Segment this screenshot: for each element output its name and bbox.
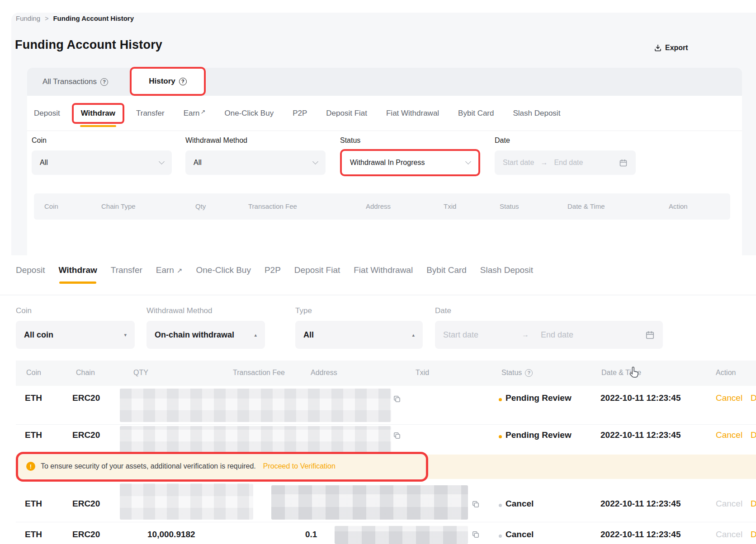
- help-icon[interactable]: ?: [100, 78, 108, 86]
- row-datetime: 2022-10-11 12:23:45: [600, 499, 680, 509]
- calendar-icon: [619, 159, 628, 167]
- subtab-slash-deposit[interactable]: Slash Deposit: [513, 109, 560, 118]
- details-link-clipped[interactable]: D: [751, 430, 756, 440]
- status-label: Status: [340, 136, 480, 145]
- subtab-deposit[interactable]: Deposit: [34, 109, 60, 118]
- row-chain: ERC20: [72, 499, 100, 509]
- subtab-earn[interactable]: Earn↗: [156, 265, 183, 275]
- subtab-bybit-card[interactable]: Bybit Card: [426, 265, 467, 275]
- withdrawal-method-value: All: [194, 159, 202, 167]
- col-status: Status?: [501, 369, 533, 377]
- breadcrumb-separator-icon: >: [45, 15, 48, 22]
- subtab-slash-deposit[interactable]: Slash Deposit: [480, 265, 533, 275]
- row-qty: 10,000.9182: [147, 530, 195, 539]
- coin-label: Coin: [32, 136, 172, 145]
- type-select[interactable]: All ▴: [295, 321, 423, 349]
- table-row: ETH ERC20 Pending Review 2022-10-11 12:2…: [0, 386, 756, 425]
- row-status: Pending Review: [506, 393, 572, 403]
- subtab-earn[interactable]: Earn↗: [184, 108, 206, 118]
- annotation-box-banner: [16, 452, 428, 482]
- cancel-link[interactable]: Cancel: [716, 430, 742, 440]
- col-txid: Txid: [416, 369, 429, 377]
- status-select[interactable]: Withdrawal In Progress: [340, 149, 480, 176]
- bottom-subtabs: Deposit Withdraw Transfer Earn↗ One-Clic…: [16, 258, 533, 283]
- start-date-placeholder[interactable]: Start date: [503, 159, 534, 167]
- date-range-picker[interactable]: Start date → End date: [435, 321, 663, 349]
- subtab-p2p[interactable]: P2P: [265, 265, 281, 275]
- start-date-placeholder[interactable]: Start date: [443, 330, 478, 340]
- help-icon[interactable]: ?: [525, 369, 533, 377]
- filter-withdrawal-method: Withdrawal Method On-chain withdrawal ▴: [146, 306, 265, 349]
- export-button[interactable]: Export: [654, 44, 688, 52]
- subtab-fiat-withdrawal[interactable]: Fiat Withdrawal: [386, 109, 439, 118]
- row-datetime: 2022-10-11 12:23:45: [600, 430, 680, 440]
- table-row: ETH ERC20 Pending Review 2022-10-11 12:2…: [0, 425, 756, 455]
- status-value: Withdrawal In Progress: [350, 159, 425, 167]
- subtab-one-click-buy[interactable]: One-Click Buy: [224, 109, 274, 118]
- tab-all-transactions[interactable]: All Transactions ?: [43, 77, 108, 86]
- row-datetime: 2022-10-11 12:23:45: [600, 530, 680, 539]
- redacted-data: [120, 483, 253, 520]
- coin-select[interactable]: All coin ▾: [16, 321, 135, 349]
- type-value: All: [303, 330, 314, 340]
- redacted-data: [120, 389, 391, 422]
- breadcrumb-current: Funding Account History: [53, 14, 134, 22]
- row-coin: ETH: [25, 430, 42, 440]
- col-qty: QTY: [133, 369, 148, 377]
- subtab-p2p[interactable]: P2P: [293, 109, 307, 118]
- row-coin: ETH: [25, 393, 42, 403]
- breadcrumb-funding[interactable]: Funding: [16, 14, 40, 22]
- triangle-up-icon: ▴: [254, 332, 257, 338]
- external-link-icon: ↗: [177, 267, 183, 274]
- row-status: Cancel: [506, 499, 534, 509]
- col-transaction-fee: Transaction Fee: [233, 369, 285, 377]
- copy-icon[interactable]: [393, 395, 401, 403]
- subtab-withdraw[interactable]: Withdraw: [72, 103, 124, 124]
- subtab-deposit-fiat[interactable]: Deposit Fiat: [326, 109, 367, 118]
- col-qty: Qty: [195, 202, 206, 210]
- subtab-transfer[interactable]: Transfer: [136, 109, 165, 118]
- withdrawal-method-select[interactable]: All: [185, 150, 326, 175]
- copy-icon[interactable]: [472, 530, 480, 539]
- withdrawal-method-label: Withdrawal Method: [185, 136, 326, 145]
- end-date-placeholder[interactable]: End date: [541, 330, 573, 340]
- status-dot: [499, 398, 502, 401]
- col-address: Address: [311, 369, 337, 377]
- cancel-link-disabled: Cancel: [716, 499, 742, 509]
- range-arrow-icon: →: [522, 331, 529, 339]
- details-link-clipped[interactable]: D: [751, 530, 756, 539]
- cancel-link[interactable]: Cancel: [716, 393, 742, 403]
- row-status: Pending Review: [506, 430, 572, 440]
- row-chain: ERC20: [72, 393, 100, 403]
- chevron-down-icon: [312, 159, 318, 164]
- copy-icon[interactable]: [472, 500, 480, 508]
- row-coin: ETH: [25, 530, 42, 539]
- subtab-transfer[interactable]: Transfer: [111, 265, 142, 275]
- subtab-fiat-withdrawal[interactable]: Fiat Withdrawal: [354, 265, 413, 275]
- details-link-clipped[interactable]: D: [751, 499, 756, 509]
- withdrawal-method-select[interactable]: On-chain withdrawal ▴: [146, 321, 265, 349]
- row-datetime: 2022-10-11 12:23:45: [600, 393, 680, 403]
- subtab-withdraw[interactable]: Withdraw: [58, 265, 97, 275]
- col-date-time: Date & Time: [567, 202, 605, 210]
- status-dot: [499, 504, 502, 507]
- subtab-bybit-card[interactable]: Bybit Card: [458, 109, 494, 118]
- details-link-clipped[interactable]: D: [751, 393, 756, 403]
- end-date-placeholder[interactable]: End date: [554, 159, 583, 167]
- col-txid: Txid: [444, 202, 456, 210]
- date-range-picker[interactable]: Start date → End date: [495, 150, 636, 175]
- chevron-down-icon: [159, 159, 165, 164]
- funding-account-history-page: Funding > Funding Account History Fundin…: [0, 0, 756, 544]
- subtab-deposit-fiat[interactable]: Deposit Fiat: [294, 265, 340, 275]
- col-chain: Chain: [76, 369, 95, 377]
- coin-select[interactable]: All: [32, 150, 172, 175]
- col-action: Action: [716, 369, 736, 377]
- triangle-up-icon: ▴: [412, 332, 415, 338]
- subtab-one-click-buy[interactable]: One-Click Buy: [196, 265, 251, 275]
- type-label: Type: [295, 306, 423, 315]
- subtab-deposit[interactable]: Deposit: [16, 265, 45, 275]
- copy-icon[interactable]: [393, 431, 401, 440]
- triangle-down-icon: ▾: [124, 332, 127, 338]
- tab-history[interactable]: History ?: [130, 67, 206, 96]
- help-icon[interactable]: ?: [179, 78, 187, 85]
